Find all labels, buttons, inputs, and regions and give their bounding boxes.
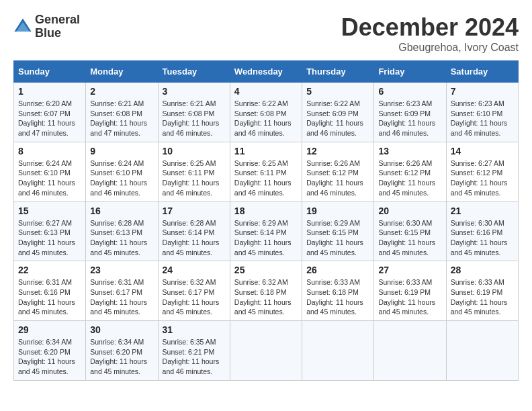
day-number: 31 [163,324,226,335]
day-number: 1 [18,86,81,97]
weekday-header-thursday: Thursday [302,61,374,83]
calendar-cell: 6Sunrise: 6:23 AMSunset: 6:09 PMDaylight… [374,83,446,142]
day-info: Sunrise: 6:34 AMSunset: 6:20 PMDaylight:… [18,337,81,377]
weekday-header-tuesday: Tuesday [158,61,230,83]
day-number: 28 [451,265,514,275]
weekday-header-wednesday: Wednesday [230,61,302,83]
calendar-cell: 27Sunrise: 6:33 AMSunset: 6:19 PMDayligh… [374,261,446,321]
day-info: Sunrise: 6:33 AMSunset: 6:19 PMDaylight:… [378,277,441,317]
day-info: Sunrise: 6:27 AMSunset: 6:13 PMDaylight:… [18,218,81,258]
day-number: 21 [451,205,514,216]
calendar-subtitle: Gbeugrehoa, Ivory Coast [341,42,519,54]
day-info: Sunrise: 6:23 AMSunset: 6:09 PMDaylight:… [378,99,441,138]
calendar-cell: 3Sunrise: 6:21 AMSunset: 6:08 PMDaylight… [158,83,230,142]
day-number: 18 [234,205,298,216]
day-info: Sunrise: 6:28 AMSunset: 6:13 PMDaylight:… [90,218,153,258]
calendar-cell [446,321,518,381]
calendar-cell: 18Sunrise: 6:29 AMSunset: 6:14 PMDayligh… [230,201,302,261]
calendar-cell: 19Sunrise: 6:29 AMSunset: 6:15 PMDayligh… [302,201,374,261]
calendar-table: SundayMondayTuesdayWednesdayThursdayFrid… [13,60,519,381]
day-info: Sunrise: 6:29 AMSunset: 6:14 PMDaylight:… [234,218,298,258]
day-number: 22 [18,265,81,275]
calendar-cell: 30Sunrise: 6:34 AMSunset: 6:20 PMDayligh… [86,321,158,381]
calendar-cell: 24Sunrise: 6:32 AMSunset: 6:17 PMDayligh… [158,261,230,321]
day-info: Sunrise: 6:24 AMSunset: 6:10 PMDaylight:… [90,158,153,198]
calendar-cell: 7Sunrise: 6:23 AMSunset: 6:10 PMDaylight… [446,83,518,142]
day-number: 24 [163,265,226,275]
day-info: Sunrise: 6:33 AMSunset: 6:19 PMDaylight:… [451,277,514,317]
day-number: 16 [90,205,153,216]
day-info: Sunrise: 6:30 AMSunset: 6:15 PMDaylight:… [378,218,441,258]
calendar-cell: 22Sunrise: 6:31 AMSunset: 6:16 PMDayligh… [14,261,86,321]
calendar-cell: 28Sunrise: 6:33 AMSunset: 6:19 PMDayligh… [446,261,518,321]
logo-icon [13,17,32,36]
day-number: 6 [378,86,441,97]
calendar-cell: 2Sunrise: 6:21 AMSunset: 6:08 PMDaylight… [86,83,158,142]
day-info: Sunrise: 6:31 AMSunset: 6:17 PMDaylight:… [90,277,153,317]
day-number: 29 [18,324,81,335]
day-info: Sunrise: 6:32 AMSunset: 6:17 PMDaylight:… [163,277,226,317]
calendar-week-5: 29Sunrise: 6:34 AMSunset: 6:20 PMDayligh… [14,321,519,381]
weekday-header-row: SundayMondayTuesdayWednesdayThursdayFrid… [14,61,519,83]
calendar-week-1: 1Sunrise: 6:20 AMSunset: 6:07 PMDaylight… [14,83,519,142]
day-number: 2 [90,86,153,97]
day-number: 4 [234,86,298,97]
day-info: Sunrise: 6:25 AMSunset: 6:11 PMDaylight:… [163,158,226,198]
calendar-cell: 31Sunrise: 6:35 AMSunset: 6:21 PMDayligh… [158,321,230,381]
day-info: Sunrise: 6:24 AMSunset: 6:10 PMDaylight:… [18,158,81,198]
calendar-cell: 25Sunrise: 6:32 AMSunset: 6:18 PMDayligh… [230,261,302,321]
day-info: Sunrise: 6:31 AMSunset: 6:16 PMDaylight:… [18,277,81,317]
day-info: Sunrise: 6:20 AMSunset: 6:07 PMDaylight:… [18,99,81,138]
calendar-cell: 26Sunrise: 6:33 AMSunset: 6:18 PMDayligh… [302,261,374,321]
day-info: Sunrise: 6:25 AMSunset: 6:11 PMDaylight:… [234,158,298,198]
day-number: 8 [18,146,81,156]
calendar-cell: 9Sunrise: 6:24 AMSunset: 6:10 PMDaylight… [86,142,158,201]
day-info: Sunrise: 6:35 AMSunset: 6:21 PMDaylight:… [163,337,226,377]
calendar-cell [230,321,302,381]
day-number: 20 [378,205,441,216]
calendar-cell: 21Sunrise: 6:30 AMSunset: 6:16 PMDayligh… [446,201,518,261]
day-info: Sunrise: 6:23 AMSunset: 6:10 PMDaylight:… [451,99,514,138]
calendar-week-2: 8Sunrise: 6:24 AMSunset: 6:10 PMDaylight… [14,142,519,201]
logo: General Blue [13,13,80,40]
day-info: Sunrise: 6:34 AMSunset: 6:20 PMDaylight:… [90,337,153,377]
day-info: Sunrise: 6:30 AMSunset: 6:16 PMDaylight:… [451,218,514,258]
calendar-cell: 10Sunrise: 6:25 AMSunset: 6:11 PMDayligh… [158,142,230,201]
day-info: Sunrise: 6:21 AMSunset: 6:08 PMDaylight:… [163,99,226,138]
day-number: 10 [163,146,226,156]
day-number: 19 [306,205,369,216]
day-number: 25 [234,265,298,275]
calendar-week-4: 22Sunrise: 6:31 AMSunset: 6:16 PMDayligh… [14,261,519,321]
calendar-cell: 29Sunrise: 6:34 AMSunset: 6:20 PMDayligh… [14,321,86,381]
calendar-cell: 12Sunrise: 6:26 AMSunset: 6:12 PMDayligh… [302,142,374,201]
calendar-cell [302,321,374,381]
day-number: 12 [306,146,369,156]
day-number: 14 [451,146,514,156]
day-number: 17 [163,205,226,216]
calendar-cell: 20Sunrise: 6:30 AMSunset: 6:15 PMDayligh… [374,201,446,261]
calendar-cell: 16Sunrise: 6:28 AMSunset: 6:13 PMDayligh… [86,201,158,261]
day-number: 9 [90,146,153,156]
calendar-cell: 17Sunrise: 6:28 AMSunset: 6:14 PMDayligh… [158,201,230,261]
calendar-cell: 15Sunrise: 6:27 AMSunset: 6:13 PMDayligh… [14,201,86,261]
day-number: 7 [451,86,514,97]
day-info: Sunrise: 6:22 AMSunset: 6:09 PMDaylight:… [306,99,369,138]
weekday-header-friday: Friday [374,61,446,83]
day-number: 13 [378,146,441,156]
weekday-header-monday: Monday [86,61,158,83]
calendar-cell: 14Sunrise: 6:27 AMSunset: 6:12 PMDayligh… [446,142,518,201]
day-number: 15 [18,205,81,216]
logo-text: General Blue [35,13,80,40]
day-number: 30 [90,324,153,335]
day-info: Sunrise: 6:27 AMSunset: 6:12 PMDaylight:… [451,158,514,198]
day-info: Sunrise: 6:28 AMSunset: 6:14 PMDaylight:… [163,218,226,258]
title-block: December 2024 Gbeugrehoa, Ivory Coast [341,13,519,54]
calendar-body: 1Sunrise: 6:20 AMSunset: 6:07 PMDaylight… [14,83,519,381]
weekday-header-sunday: Sunday [14,61,86,83]
day-info: Sunrise: 6:26 AMSunset: 6:12 PMDaylight:… [306,158,369,198]
calendar-cell: 4Sunrise: 6:22 AMSunset: 6:08 PMDaylight… [230,83,302,142]
day-info: Sunrise: 6:33 AMSunset: 6:18 PMDaylight:… [306,277,369,317]
day-info: Sunrise: 6:22 AMSunset: 6:08 PMDaylight:… [234,99,298,138]
day-number: 5 [306,86,369,97]
day-number: 27 [378,265,441,275]
